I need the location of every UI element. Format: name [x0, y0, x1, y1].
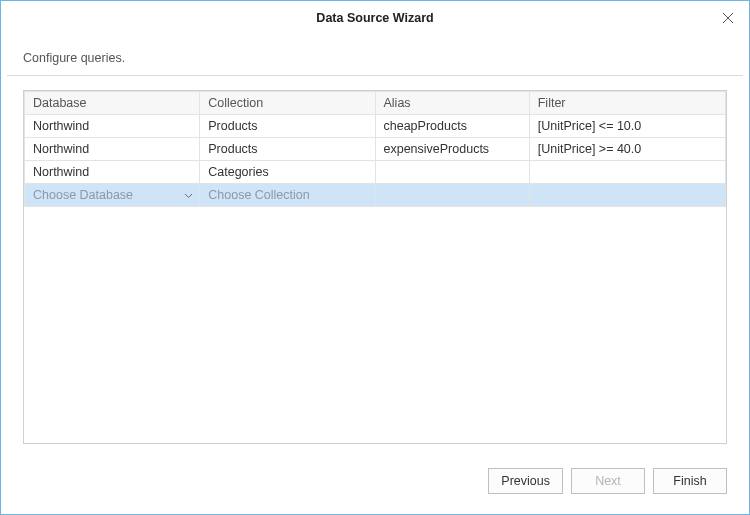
cell-alias[interactable] [375, 161, 529, 184]
cell-filter[interactable]: [UnitPrice] >= 40.0 [529, 138, 725, 161]
table-row[interactable]: Northwind Products cheapProducts [UnitPr… [25, 115, 726, 138]
cell-collection[interactable]: Products [200, 115, 375, 138]
header-database[interactable]: Database [25, 92, 200, 115]
choose-database-dropdown[interactable]: Choose Database [25, 184, 200, 207]
cell-alias[interactable]: cheapProducts [375, 115, 529, 138]
wizard-subtitle: Configure queries. [1, 35, 749, 75]
chevron-down-icon [184, 188, 193, 202]
collection-placeholder: Choose Collection [208, 188, 309, 202]
window-title: Data Source Wizard [316, 11, 433, 25]
titlebar: Data Source Wizard [1, 1, 749, 35]
header-row: Database Collection Alias Filter [25, 92, 726, 115]
cell-database[interactable]: Northwind [25, 161, 200, 184]
cell-alias[interactable]: expensiveProducts [375, 138, 529, 161]
cell-database[interactable]: Northwind [25, 138, 200, 161]
cell-collection[interactable]: Categories [200, 161, 375, 184]
close-button[interactable] [713, 5, 743, 31]
previous-button[interactable]: Previous [488, 468, 563, 494]
grid-empty-area [24, 207, 726, 443]
content-area: Database Collection Alias Filter Northwi… [1, 76, 749, 454]
cell-collection[interactable]: Products [200, 138, 375, 161]
queries-grid: Database Collection Alias Filter Northwi… [23, 90, 727, 444]
new-row[interactable]: Choose Database Choose Collection [25, 184, 726, 207]
database-placeholder: Choose Database [33, 188, 133, 202]
finish-button[interactable]: Finish [653, 468, 727, 494]
cell-filter[interactable]: [UnitPrice] <= 10.0 [529, 115, 725, 138]
next-button: Next [571, 468, 645, 494]
close-icon [722, 12, 734, 24]
new-alias-cell[interactable] [375, 184, 529, 207]
cell-database[interactable]: Northwind [25, 115, 200, 138]
header-alias[interactable]: Alias [375, 92, 529, 115]
footer: Previous Next Finish [1, 454, 749, 514]
table-row[interactable]: Northwind Categories [25, 161, 726, 184]
header-collection[interactable]: Collection [200, 92, 375, 115]
cell-filter[interactable] [529, 161, 725, 184]
choose-collection-cell[interactable]: Choose Collection [200, 184, 375, 207]
table-row[interactable]: Northwind Products expensiveProducts [Un… [25, 138, 726, 161]
header-filter[interactable]: Filter [529, 92, 725, 115]
new-filter-cell[interactable] [529, 184, 725, 207]
